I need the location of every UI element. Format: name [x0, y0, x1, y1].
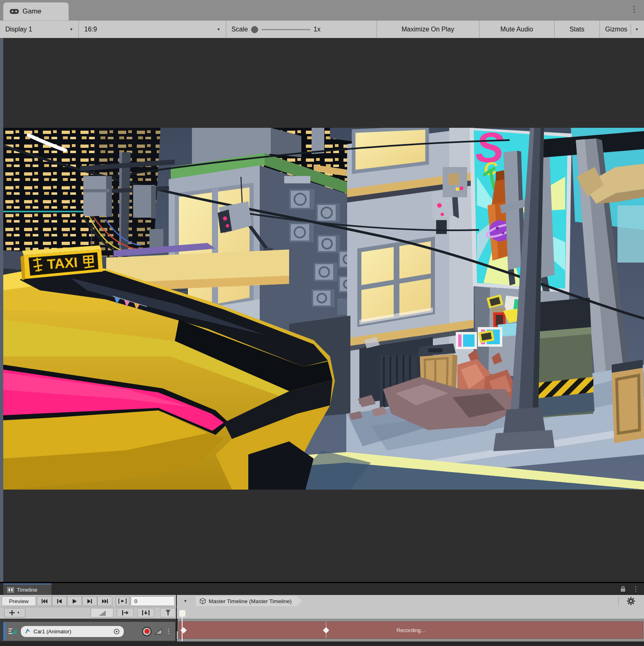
clip-in-icon — [122, 610, 129, 615]
frame-field[interactable] — [131, 596, 175, 606]
add-track-button[interactable]: ▼ — [4, 608, 25, 617]
play-range-button[interactable] — [116, 596, 129, 606]
chevron-down-icon: ▼ — [184, 599, 187, 603]
markers-toggle-button[interactable] — [160, 608, 176, 617]
game-toolbar: Display 1▼ 16:9▼ Scale 1x Maximize On Pl… — [0, 20, 644, 38]
mix-mode-button[interactable] — [91, 608, 114, 617]
timeline-dropdown-button[interactable]: ▼ — [179, 596, 192, 606]
game-panel: Game ⋮ Display 1▼ 16:9▼ Scale 1x Maximiz… — [0, 0, 644, 582]
playhead-handle[interactable] — [179, 610, 185, 617]
play-icon — [73, 599, 77, 604]
game-render[interactable]: S C — [3, 128, 644, 490]
goto-end-button[interactable] — [97, 596, 112, 606]
prev-frame-icon — [57, 599, 62, 604]
chevron-down-icon: ▼ — [69, 27, 73, 31]
wooden-crate — [612, 360, 644, 443]
scale-slider-knob[interactable] — [251, 26, 258, 33]
timeline-menu-kebab-icon[interactable]: ⋮ — [632, 586, 639, 593]
chevron-down-icon: ▼ — [635, 27, 639, 31]
maximize-on-play-button[interactable]: Maximize On Play — [377, 21, 479, 38]
game-menu-kebab-icon[interactable]: ⋮ — [630, 5, 638, 13]
scale-label: Scale — [232, 26, 248, 33]
play-button[interactable] — [67, 596, 82, 606]
track-accent — [3, 622, 5, 641]
replace-mode-button[interactable] — [137, 608, 154, 617]
pin-icon — [165, 610, 171, 616]
lock-icon[interactable] — [620, 586, 626, 592]
tab-game[interactable]: Game — [3, 2, 69, 20]
ripple-mode-button[interactable] — [117, 608, 134, 617]
breadcrumb[interactable]: Master Timeline (Master Timeline) — [196, 596, 302, 606]
scale-slider-group: Scale 1x — [226, 21, 377, 38]
scale-value: 1x — [314, 26, 321, 33]
playhead-line[interactable] — [182, 616, 183, 641]
animator-icon — [25, 629, 30, 634]
chevron-down-icon: ▼ — [17, 611, 20, 615]
aspect-dropdown[interactable]: 16:9▼ — [79, 21, 226, 38]
ramp-icon — [99, 610, 106, 616]
stats-button[interactable]: Stats — [555, 21, 600, 38]
viewport-edge — [0, 38, 3, 582]
scale-slider-track[interactable] — [261, 29, 310, 30]
mute-audio-button[interactable]: Mute Audio — [479, 21, 555, 38]
keyframe-diamond[interactable] — [323, 627, 330, 634]
preview-button[interactable]: Preview — [2, 596, 36, 606]
next-frame-button[interactable] — [82, 596, 97, 606]
game-tab-label: Game — [22, 7, 41, 16]
timeline-toolbar-2: ▼ 0 30 60 90 120 150 180 210 240 — [0, 607, 644, 619]
record-button[interactable] — [142, 627, 152, 636]
taxi-sign-text: TAXI — [47, 254, 78, 272]
timeline-tab-label: Timeline — [17, 587, 38, 593]
timeline-toolbar: Preview — [0, 595, 644, 607]
object-picker-icon[interactable] — [114, 628, 120, 635]
next-frame-icon — [87, 599, 92, 604]
game-viewport[interactable]: S C — [0, 38, 644, 582]
gamepad-icon — [10, 9, 19, 14]
tab-timeline[interactable]: Timeline — [3, 584, 51, 595]
skip-start-icon — [42, 599, 47, 604]
skip-end-icon — [102, 599, 108, 604]
game-tabstrip: Game ⋮ — [0, 0, 644, 20]
timeline-tabstrip: Timeline ⋮ — [0, 583, 644, 595]
plus-icon — [9, 610, 15, 615]
animation-track-icon — [9, 627, 18, 635]
track-list: Car1 (Animator) ⋮ — [0, 619, 177, 642]
track-binding-field[interactable]: Car1 (Animator) — [21, 626, 124, 637]
play-range-icon — [118, 599, 127, 604]
goto-start-button[interactable] — [37, 596, 52, 606]
clip-insert-icon — [142, 610, 149, 615]
city-scene: S C — [3, 128, 644, 490]
film-icon — [7, 587, 14, 593]
previous-frame-button[interactable] — [52, 596, 67, 606]
animation-track-header[interactable]: Car1 (Animator) ⋮ — [3, 622, 175, 641]
gear-icon[interactable] — [627, 597, 635, 605]
recording-label: Recording... — [397, 627, 425, 633]
gizmos-dropdown[interactable]: Gizmos ▼ — [600, 21, 644, 38]
display-dropdown[interactable]: Display 1▼ — [0, 21, 79, 38]
recording-clip[interactable]: Recording... — [178, 621, 643, 639]
cube-icon — [200, 598, 206, 604]
track-lane: Recording... — [178, 619, 644, 642]
chevron-down-icon: ▼ — [217, 27, 221, 31]
curves-icon[interactable] — [155, 628, 162, 635]
track-kebab-icon[interactable]: ⋮ — [165, 628, 172, 635]
timeline-panel: Timeline ⋮ Preview — [0, 583, 644, 646]
